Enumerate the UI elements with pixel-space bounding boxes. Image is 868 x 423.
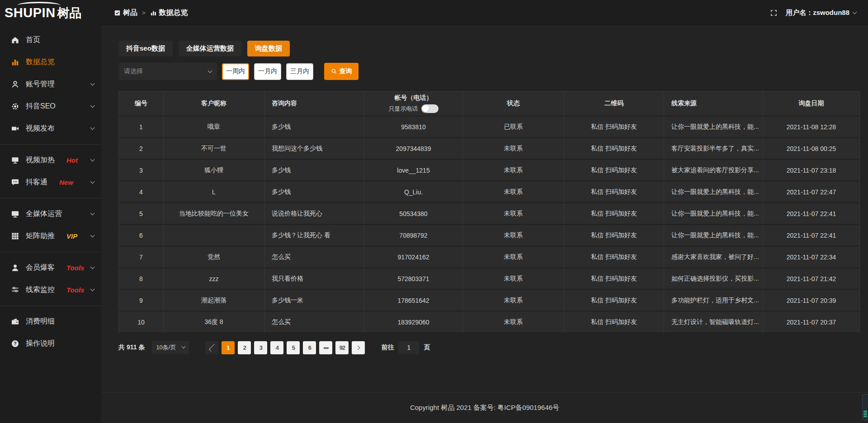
lead-source-link[interactable]: 感谢大家喜欢我家，被问了好... xyxy=(664,247,763,268)
sidebar-item-member-burst[interactable]: 会员爆客Tools xyxy=(0,257,101,279)
cell-content: 我只看价格 xyxy=(264,268,364,290)
cell-nickname xyxy=(164,225,264,247)
lead-source-link[interactable]: 无主灯设计，智能磁吸轨道灯... xyxy=(664,312,763,334)
lead-source-link[interactable]: 客厅安装投影半年多了，真实... xyxy=(664,138,763,160)
sidebar-item-video-heat[interactable]: 视频加热Hot xyxy=(0,149,101,171)
chevron-down-icon xyxy=(208,68,212,73)
qrcode-action-link[interactable]: 私信 扫码加好友 xyxy=(564,268,664,290)
period-button-week[interactable]: 一周内 xyxy=(222,63,249,80)
sidebar-item-media-ops[interactable]: 全媒体运营 xyxy=(0,203,101,225)
qrcode-action-link[interactable]: 私信 扫码加好友 xyxy=(564,247,664,268)
lead-source-link[interactable]: 多功能护栏灯，适用于乡村文... xyxy=(664,290,763,312)
sidebar-item-label: 操作说明 xyxy=(26,339,55,348)
cell-status: 未联系 xyxy=(463,225,564,247)
page-button-92[interactable]: 92 xyxy=(335,341,349,354)
page-ellipsis-button[interactable]: ••• xyxy=(319,341,332,354)
cell-status: 未联系 xyxy=(463,312,564,334)
tab-douyin-seo-data[interactable]: 抖音seo数据 xyxy=(118,41,173,56)
lead-source-link[interactable]: 被大家追着问的客厅投影分享... xyxy=(664,160,763,182)
qrcode-action-link[interactable]: 私信 扫码加好友 xyxy=(564,182,664,203)
table-row: 9潮起潮落多少钱一米178651642未联系私信 扫码加好友多功能护栏灯，适用于… xyxy=(119,290,859,312)
sidebar-item-label: 矩阵助推 xyxy=(26,231,55,241)
phone-only-toggle[interactable] xyxy=(421,104,439,113)
cell-id: 9 xyxy=(119,290,164,312)
goto-page-input[interactable] xyxy=(398,341,419,354)
table-row: 8zzz我只看价格572803371未联系私信 扫码加好友如何正确选择投影仪，买… xyxy=(119,268,859,290)
cell-id: 1 xyxy=(119,117,164,138)
chevron-right-icon xyxy=(355,345,360,350)
tab-inquiry-data[interactable]: 询盘数据 xyxy=(247,41,290,56)
sidebar-item-data-overview[interactable]: 数据总览 xyxy=(0,51,101,73)
lead-source-link[interactable]: 如何正确选择投影仪，买投影... xyxy=(664,268,763,290)
cell-date: 2021-11-07 20:39 xyxy=(763,290,859,312)
lead-source-link[interactable]: 让你一眼就爱上的黑科技，能... xyxy=(664,225,763,247)
video-icon xyxy=(11,124,19,133)
sidebar-item-label: 数据总览 xyxy=(26,57,55,67)
qrcode-action-link[interactable]: 私信 扫码加好友 xyxy=(564,290,664,312)
cell-content: 多少钱？让我死心 看 xyxy=(264,225,364,247)
brand-logo[interactable]: SHUPIN 树品 xyxy=(5,5,82,21)
username-label: 用户名：zswodun88 xyxy=(786,9,849,17)
table-row: 7觉然怎么买917024162未联系私信 扫码加好友感谢大家喜欢我家，被问了好.… xyxy=(119,247,859,268)
sliders-icon xyxy=(11,286,19,294)
sidebar-item-video-publish[interactable]: 视频发布 xyxy=(0,118,101,140)
pagination: 共 911 条 10条/页 123456•••92 前往 页 xyxy=(118,341,860,354)
sidebar-item-operation-guide[interactable]: ?操作说明 xyxy=(0,333,101,355)
breadcrumb-item-root[interactable]: 树品 xyxy=(114,8,137,18)
sidebar-item-home[interactable]: 首页 xyxy=(0,29,101,51)
floating-widget[interactable] xyxy=(862,394,868,420)
prev-page-button[interactable] xyxy=(205,341,218,354)
chevron-down-icon xyxy=(90,126,95,130)
lead-source-link[interactable]: 让你一眼就爱上的黑科技，能... xyxy=(664,203,763,225)
account-select[interactable]: 请选择 xyxy=(118,63,217,80)
period-button-quarter[interactable]: 三月内 xyxy=(286,63,313,80)
sidebar-item-lead-monitor[interactable]: 线索监控Tools xyxy=(0,279,101,301)
qrcode-action-link[interactable]: 私信 扫码加好友 xyxy=(564,203,664,225)
chevron-down-icon xyxy=(90,179,95,184)
cell-account: 50534380 xyxy=(364,203,463,225)
cell-status: 未联系 xyxy=(463,182,564,203)
cell-status: 未联系 xyxy=(463,138,564,160)
data-tabs: 抖音seo数据全媒体运营数据询盘数据 xyxy=(118,41,860,56)
sidebar-item-consume-detail[interactable]: 消费明细 xyxy=(0,310,101,333)
search-button[interactable]: 查询 xyxy=(324,63,359,80)
grid-icon xyxy=(11,232,19,240)
sidebar-item-matrix-boost[interactable]: 矩阵助推VIP xyxy=(0,225,101,247)
cell-id: 10 xyxy=(119,312,164,334)
lead-source-link[interactable]: 让你一眼就爱上的黑科技，能... xyxy=(664,117,763,138)
sidebar-item-label: 视频发布 xyxy=(26,124,55,133)
qrcode-action-link[interactable]: 私信 扫码加好友 xyxy=(564,117,664,138)
cell-account: 572803371 xyxy=(364,268,463,290)
fullscreen-icon[interactable] xyxy=(770,9,778,17)
chevron-down-icon xyxy=(90,265,95,269)
next-page-button[interactable] xyxy=(352,341,365,354)
sidebar-item-douketong[interactable]: 抖客通New xyxy=(0,171,101,193)
page-button-5[interactable]: 5 xyxy=(287,341,300,354)
page-button-2[interactable]: 2 xyxy=(238,341,251,354)
question-icon: ? xyxy=(11,339,19,348)
page-button-3[interactable]: 3 xyxy=(254,341,267,354)
cell-account: 2097344839 xyxy=(364,138,463,160)
qrcode-action-link[interactable]: 私信 扫码加好友 xyxy=(564,160,664,182)
cell-account: 917024162 xyxy=(364,247,463,268)
page-button-1[interactable]: 1 xyxy=(222,341,235,354)
chevron-down-icon xyxy=(90,157,95,162)
lead-source-link[interactable]: 让你一眼就爱上的黑科技，能... xyxy=(664,182,763,203)
period-button-month[interactable]: 一月内 xyxy=(254,63,281,80)
tab-media-ops-data[interactable]: 全媒体运营数据 xyxy=(179,41,241,56)
period-button-group: 一周内一月内三月内 xyxy=(222,63,313,80)
sidebar-item-douyin-seo[interactable]: 抖音SEO xyxy=(0,95,101,118)
col-header-id: 编号 xyxy=(119,92,164,117)
breadcrumb-separator: > xyxy=(141,9,146,16)
table-row: 1036度 8怎么买183929060未联系私信 扫码加好友无主灯设计，智能磁吸… xyxy=(119,312,859,334)
page-button-6[interactable]: 6 xyxy=(303,341,316,354)
qrcode-action-link[interactable]: 私信 扫码加好友 xyxy=(564,312,664,334)
topbar-right: 用户名：zswodun88 xyxy=(770,9,868,17)
sidebar-item-account-manage[interactable]: 账号管理 xyxy=(0,73,101,95)
col-header-nickname: 客户昵称 xyxy=(164,92,264,117)
user-menu[interactable]: 用户名：zswodun88 xyxy=(786,9,856,17)
page-button-4[interactable]: 4 xyxy=(270,341,283,354)
page-size-select[interactable]: 10条/页 xyxy=(152,341,189,354)
qrcode-action-link[interactable]: 私信 扫码加好友 xyxy=(564,138,664,160)
qrcode-action-link[interactable]: 私信 扫码加好友 xyxy=(564,225,664,247)
